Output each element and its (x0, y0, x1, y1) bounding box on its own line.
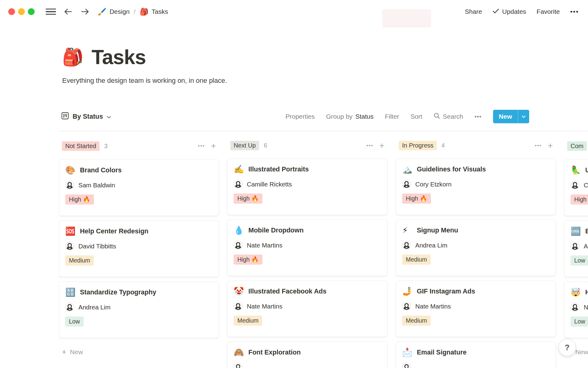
column-add-icon[interactable]: + (548, 141, 553, 150)
view-more-icon[interactable]: ••• (474, 113, 481, 120)
task-card[interactable]: 💧Mobile DropdownNate MartinsHigh 🔥 (227, 220, 387, 276)
task-card[interactable]: 🤡Illustrated Facebook AdsNate MartinsMed… (227, 281, 387, 337)
properties-button[interactable]: Properties (285, 113, 315, 120)
card-title-row: 📩Email Signature (402, 348, 467, 357)
column-more-icon[interactable]: ••• (198, 143, 205, 149)
task-card[interactable]: 🤯HNLow (564, 282, 588, 338)
search-icon (434, 113, 440, 121)
breadcrumb-separator: / (134, 8, 135, 15)
avatar (571, 303, 579, 312)
avatar (234, 241, 243, 250)
breadcrumb-tasks[interactable]: 🎒 Tasks (140, 8, 168, 16)
updates-button[interactable]: Updates (492, 8, 526, 15)
sort-button[interactable]: Sort (410, 113, 422, 120)
view-switcher-label: By Status (73, 113, 103, 121)
back-arrow-icon[interactable] (63, 7, 73, 16)
assignee-name: N (584, 304, 588, 311)
avatar (402, 180, 411, 189)
group-by-label: Group by (326, 113, 352, 120)
card-emoji-icon: 🎨 (65, 166, 75, 174)
task-card[interactable]: 📩Email Signature (396, 342, 556, 368)
task-card[interactable]: 🏔️Guidelines for VisualsCory EtzkornHigh… (396, 159, 556, 215)
more-options-icon[interactable]: ••• (570, 8, 579, 15)
card-assignee-row: Camille Ricketts (234, 180, 292, 189)
card-title-row: 🦜U (571, 166, 588, 174)
column-cards: 🦜UCHigh🆒EALow🤯HNLow (564, 159, 588, 338)
column-cards: 🎨Brand ColorsSam BaldwinHigh 🔥🆘Help Cent… (59, 159, 219, 338)
page-icon-backpack[interactable]: 🎒 (62, 48, 84, 66)
breadcrumb-design[interactable]: 🖌️ Design (98, 8, 130, 16)
traffic-light-close[interactable] (8, 8, 15, 15)
card-title: Email Signature (417, 349, 467, 356)
column-tools: •••+ (198, 142, 216, 150)
updates-label: Updates (502, 8, 526, 15)
card-title-row: 🤡Illustrated Facebook Ads (234, 287, 326, 296)
new-button[interactable]: New (493, 110, 529, 123)
card-emoji-icon: 🔠 (65, 288, 75, 297)
card-assignee-row: Nate Martins (234, 241, 282, 250)
column-status-badge[interactable]: Com (567, 141, 587, 151)
avatar (571, 242, 579, 251)
favorite-button[interactable]: Favorite (537, 8, 560, 15)
forward-arrow-icon[interactable] (80, 7, 90, 16)
assignee-name: Cory Etzkorn (415, 181, 451, 188)
titlebar-actions: Share Updates Favorite ••• (465, 8, 579, 15)
assignee-name: A (584, 243, 588, 250)
assignee-name: C (584, 182, 588, 189)
group-by-button[interactable]: Group by Status (326, 113, 374, 120)
card-title: GIF Instagram Ads (417, 288, 475, 295)
task-card[interactable]: ✍️Illustrated PortraitsCamille RickettsH… (227, 159, 387, 215)
task-card[interactable]: 🤳GIF Instagram AdsNate MartinsMedium (396, 281, 556, 337)
card-assignee-row: Sam Baldwin (65, 181, 115, 190)
card-title: Mobile Dropdown (248, 227, 303, 234)
column-status-badge[interactable]: Next Up (230, 141, 259, 150)
task-card[interactable]: 🆒EALow (564, 220, 588, 277)
help-button[interactable]: ? (559, 339, 576, 356)
column-status-badge[interactable]: Not Started (62, 141, 100, 151)
group-by-value: Status (355, 113, 374, 120)
traffic-light-minimize[interactable] (18, 8, 25, 15)
column-status-badge[interactable]: In Progress (399, 141, 437, 150)
board-view-icon (61, 112, 69, 121)
column-add-icon[interactable]: + (211, 142, 216, 150)
task-card[interactable]: 🆘Help Center RedesignDavid TibbittsMediu… (59, 220, 219, 277)
card-emoji-icon: 🏔️ (402, 165, 412, 174)
column-more-icon[interactable]: ••• (366, 143, 373, 149)
column-cards: ✍️Illustrated PortraitsCamille RickettsH… (227, 159, 387, 368)
avatar (402, 302, 411, 311)
avatar (65, 242, 74, 251)
new-button-chevron-icon[interactable] (518, 110, 529, 123)
check-icon (492, 8, 499, 15)
chevron-down-icon (107, 113, 111, 121)
card-assignee-row (402, 363, 415, 368)
search-button[interactable]: Search (434, 113, 463, 121)
task-card[interactable]: 🙈Font Exploration (227, 342, 387, 368)
toolbar-right-group: Properties Group by Status Filter Sort S… (285, 110, 529, 123)
column-add-icon[interactable]: + (379, 141, 384, 150)
task-card[interactable]: 🦜UCHigh (564, 159, 588, 216)
task-card[interactable]: ⚡Signup MenuAndrea LimMedium (396, 220, 556, 276)
search-label: Search (443, 113, 463, 120)
sidebar-menu-icon[interactable] (46, 8, 56, 16)
column-count: 4 (441, 142, 445, 149)
share-button[interactable]: Share (465, 8, 482, 15)
view-switcher-by-status[interactable]: By Status (61, 112, 111, 121)
card-title: Illustrated Facebook Ads (248, 288, 326, 295)
add-card-button[interactable]: +New (59, 348, 219, 356)
card-emoji-icon: 🦜 (571, 166, 581, 174)
column-more-icon[interactable]: ••• (535, 143, 541, 149)
assignee-name: Andrea Lim (78, 304, 111, 311)
task-card[interactable]: 🔠Standardize TypographyAndrea LimLow (59, 282, 219, 338)
assignee-name: Nate Martins (247, 242, 282, 249)
assignee-name: Andrea Lim (415, 242, 447, 249)
card-title: E (585, 228, 588, 235)
view-toolbar: By Status Properties Group by Status Fil… (61, 109, 529, 124)
filter-button[interactable]: Filter (385, 113, 399, 120)
card-title-row: 🎨Brand Colors (65, 166, 122, 174)
traffic-light-zoom[interactable] (28, 8, 35, 15)
column-tools: •••+ (535, 141, 553, 150)
task-card[interactable]: 🎨Brand ColorsSam BaldwinHigh 🔥 (59, 159, 219, 216)
card-title: Brand Colors (80, 167, 122, 174)
card-title-row: 🤯H (571, 288, 588, 297)
card-emoji-icon: 🤡 (234, 287, 244, 296)
